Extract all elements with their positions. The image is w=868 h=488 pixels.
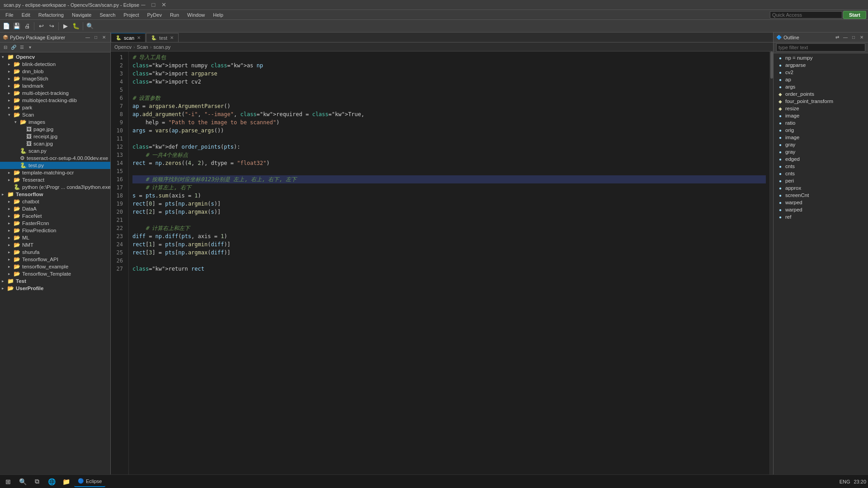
tree-item-template-matching-ocr[interactable]: ▸📂template-matching-ocr bbox=[0, 169, 110, 176]
menu-help[interactable]: Help bbox=[209, 11, 227, 19]
pe-minimize-icon[interactable]: — bbox=[84, 34, 91, 41]
tree-item-test.py[interactable]: 🐍test.py bbox=[0, 162, 110, 169]
start-menu-button[interactable]: ⊞ bbox=[2, 476, 14, 487]
outline-maximize-icon[interactable]: □ bbox=[850, 34, 857, 41]
tree-item-python-(e:\Progr-...-conda3\python.exe)[interactable]: 🐍python (e:\Progr ... conda3\python.exe) bbox=[0, 183, 110, 191]
tree-item-UserProfile[interactable]: ▸📂UserProfile bbox=[0, 285, 110, 292]
outline-item-approx[interactable]: ●approx bbox=[774, 184, 868, 192]
menu-navigate[interactable]: Navigate bbox=[68, 11, 95, 19]
tree-item-dnn_blob[interactable]: ▸📂dnn_blob bbox=[0, 68, 110, 75]
tree-item-NMT[interactable]: ▸📂NMT bbox=[0, 241, 110, 249]
pe-link-icon[interactable]: 🔗 bbox=[10, 44, 17, 51]
print-icon[interactable]: 🖨 bbox=[23, 22, 32, 31]
outline-item-gray[interactable]: ●gray bbox=[774, 141, 868, 148]
outline-item-argparse[interactable]: ●argparse bbox=[774, 61, 868, 69]
outline-item-peri[interactable]: ●peri bbox=[774, 177, 868, 184]
scrollbar-right[interactable] bbox=[769, 52, 773, 474]
outline-item-edged[interactable]: ●edged bbox=[774, 155, 868, 163]
menu-search[interactable]: Search bbox=[96, 11, 119, 19]
tree-item-DataA[interactable]: ▸📂DataA bbox=[0, 205, 110, 212]
outline-item-np = numpy[interactable]: ●np = numpy bbox=[774, 54, 868, 61]
outline-item-ap[interactable]: ●ap bbox=[774, 76, 868, 83]
tree-item-Tensorflow_API[interactable]: ▸📂Tensorflow_API bbox=[0, 256, 110, 263]
outline-item-warped[interactable]: ●warped bbox=[774, 199, 868, 206]
menu-run[interactable]: Run bbox=[166, 11, 183, 19]
outline-item-orig[interactable]: ●orig bbox=[774, 127, 868, 134]
tree-item-FaceNet[interactable]: ▸📂FaceNet bbox=[0, 212, 110, 220]
tree-item-chatbot[interactable]: ▸📂chatbot bbox=[0, 198, 110, 205]
tree-item-Tensorflow_Template[interactable]: ▸📂Tensorflow_Template bbox=[0, 270, 110, 277]
tab-scan[interactable]: 🐍 scan ✕ bbox=[111, 33, 146, 42]
undo-icon[interactable]: ↩ bbox=[37, 22, 46, 31]
search-toolbar-icon[interactable]: 🔍 bbox=[85, 22, 94, 31]
new-file-icon[interactable]: 📄 bbox=[2, 22, 11, 31]
outline-item-warped[interactable]: ●warped bbox=[774, 206, 868, 213]
eclipse-taskbar-app[interactable]: 🔵 Eclipse bbox=[74, 476, 105, 487]
pe-collapse-icon[interactable]: ⊟ bbox=[2, 44, 9, 51]
outline-close-icon[interactable]: ✕ bbox=[858, 34, 865, 41]
menu-file[interactable]: File bbox=[2, 11, 17, 19]
code-content[interactable]: # 导入工具包class="kw">import numpy class="kw… bbox=[129, 52, 769, 474]
outline-item-cnts[interactable]: ●cnts bbox=[774, 170, 868, 177]
menu-window[interactable]: Window bbox=[184, 11, 208, 19]
tree-item-tesseract-ocr-setup-4.00.00dev.exe[interactable]: ⚙tesseract-ocr-setup-4.00.00dev.exe bbox=[0, 155, 110, 162]
outline-minimize-icon[interactable]: — bbox=[842, 34, 849, 41]
quick-access-input[interactable] bbox=[770, 11, 842, 19]
tree-item-landmark[interactable]: ▸📂landmark bbox=[0, 82, 110, 89]
pe-down-icon[interactable]: ▾ bbox=[26, 44, 33, 51]
tab-test[interactable]: 🐍 test ✕ bbox=[146, 33, 179, 42]
debug-icon[interactable]: 🐛 bbox=[71, 22, 80, 31]
tab-scan-close[interactable]: ✕ bbox=[137, 35, 141, 40]
tree-item-FasterRcnn[interactable]: ▸📂FasterRcnn bbox=[0, 220, 110, 227]
explorer-button[interactable]: 📁 bbox=[60, 476, 72, 487]
tree-item-ImageStich[interactable]: ▸📂ImageStich bbox=[0, 75, 110, 82]
pe-menu-icon[interactable]: ☰ bbox=[18, 44, 25, 51]
outline-item-cv2[interactable]: ●cv2 bbox=[774, 69, 868, 76]
tree-item-blink-detection[interactable]: ▸📂blink-detection bbox=[0, 61, 110, 68]
outline-item-resize[interactable]: ◆resize bbox=[774, 105, 868, 112]
tab-test-close[interactable]: ✕ bbox=[170, 35, 174, 40]
tree-item-park[interactable]: ▸📂park bbox=[0, 104, 110, 111]
tree-item-shurufa[interactable]: ▸📂shurufa bbox=[0, 249, 110, 256]
outline-item-order_points[interactable]: ◆order_points bbox=[774, 90, 868, 98]
maximize-button[interactable]: □ bbox=[150, 1, 157, 8]
outline-item-cnts[interactable]: ●cnts bbox=[774, 163, 868, 170]
outline-item-image[interactable]: ●image bbox=[774, 134, 868, 141]
outline-sync-icon[interactable]: ⇄ bbox=[834, 34, 841, 41]
tree-item-scan.py[interactable]: 🐍scan.py bbox=[0, 147, 110, 155]
minimize-button[interactable]: ─ bbox=[139, 1, 147, 8]
outline-item-four_point_transform[interactable]: ◆four_point_transform bbox=[774, 98, 868, 105]
tree-item-Tensorflow[interactable]: ▸📁Tensorflow bbox=[0, 191, 110, 198]
outline-filter-input[interactable] bbox=[776, 43, 865, 52]
outline-item-image[interactable]: ●image bbox=[774, 112, 868, 119]
tree-item-Scan[interactable]: ▾📂Scan bbox=[0, 111, 110, 118]
tree-item-page.jpg[interactable]: 🖼page.jpg bbox=[0, 126, 110, 133]
tree-item-ML[interactable]: ▸📂ML bbox=[0, 234, 110, 241]
outline-item-screenCnt[interactable]: ●screenCnt bbox=[774, 192, 868, 199]
tree-item-FlowPrediction[interactable]: ▸📂FlowPrediction bbox=[0, 227, 110, 234]
menu-refactoring[interactable]: Refactoring bbox=[35, 11, 67, 19]
breadcrumb-scan[interactable]: Scan bbox=[137, 44, 148, 50]
tree-item-tensorflow_example[interactable]: ▸📂tensorflow_example bbox=[0, 263, 110, 270]
outline-item-gray[interactable]: ●gray bbox=[774, 148, 868, 155]
save-icon[interactable]: 💾 bbox=[12, 22, 21, 31]
tree-item-multi-object-tracking[interactable]: ▸📂multi-object-tracking bbox=[0, 89, 110, 97]
pe-maximize-icon[interactable]: □ bbox=[92, 34, 99, 41]
tree-item-receipt.jpg[interactable]: 🖼receipt.jpg bbox=[0, 133, 110, 140]
close-button[interactable]: ✕ bbox=[160, 1, 168, 8]
tree-item-Opencv[interactable]: ▾📁Opencv bbox=[0, 53, 110, 61]
outline-item-ratio[interactable]: ●ratio bbox=[774, 119, 868, 127]
outline-item-args[interactable]: ●args bbox=[774, 83, 868, 90]
run-icon[interactable]: ▶ bbox=[61, 22, 70, 31]
edge-button[interactable]: 🌐 bbox=[45, 476, 58, 487]
start-button[interactable]: Start bbox=[843, 11, 866, 19]
tree-item-scan.jpg[interactable]: 🖼scan.jpg bbox=[0, 140, 110, 147]
outline-item-ref[interactable]: ●ref bbox=[774, 213, 868, 221]
breadcrumb-opencv[interactable]: Opencv bbox=[114, 44, 132, 50]
tree-item-images[interactable]: ▾📂images bbox=[0, 118, 110, 126]
scroll-thumb[interactable] bbox=[770, 52, 773, 79]
tree-item-Tesseract[interactable]: ▸📂Tesseract bbox=[0, 176, 110, 183]
breadcrumb-scanpy[interactable]: scan.py bbox=[153, 44, 170, 50]
task-view-button[interactable]: ⧉ bbox=[31, 476, 43, 487]
redo-icon[interactable]: ↪ bbox=[47, 22, 56, 31]
